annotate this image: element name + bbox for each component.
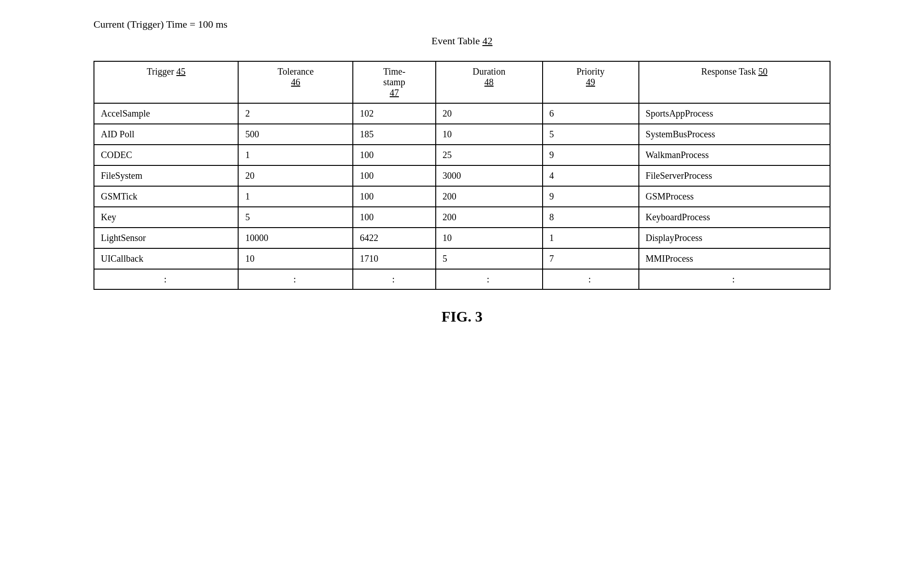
continuation-cell: : [543,269,639,289]
cell-priority: 7 [543,248,639,269]
table-row: AccelSample2102206SportsAppProcess [94,103,830,124]
cell-trigger: AID Poll [94,124,238,145]
cell-tolerance: 20 [238,165,353,186]
cell-task: SportsAppProcess [639,103,830,124]
cell-tolerance: 500 [238,124,353,145]
table-row: LightSensor100006422101DisplayProcess [94,228,830,248]
cell-trigger: GSMTick [94,186,238,207]
top-label: Current (Trigger) Time = 100 ms [94,18,830,30]
continuation-cell: : [94,269,238,289]
cell-timestamp: 1710 [353,248,435,269]
header-timestamp: Time-stamp47 [353,61,435,103]
header-trigger: Trigger 45 [94,61,238,103]
header-tolerance: Tolerance46 [238,61,353,103]
fig-label: FIG. 3 [94,308,830,325]
table-row: UICallback10171057MMIProcess [94,248,830,269]
cell-trigger: UICallback [94,248,238,269]
cell-duration: 5 [436,248,543,269]
cell-duration: 20 [436,103,543,124]
cell-priority: 6 [543,103,639,124]
cell-duration: 10 [436,228,543,248]
cell-priority: 4 [543,165,639,186]
cell-trigger: AccelSample [94,103,238,124]
cell-task: DisplayProcess [639,228,830,248]
cell-priority: 5 [543,124,639,145]
event-table: Trigger 45 Tolerance46 Time-stamp47 Dura… [94,61,830,290]
continuation-cell: : [353,269,435,289]
cell-timestamp: 102 [353,103,435,124]
cell-timestamp: 100 [353,165,435,186]
cell-tolerance: 1 [238,186,353,207]
cell-task: SystemBusProcess [639,124,830,145]
cell-timestamp: 100 [353,186,435,207]
cell-task: KeyboardProcess [639,207,830,228]
cell-task: WalkmanProcess [639,145,830,165]
table-row: FileSystem2010030004FileServerProcess [94,165,830,186]
cell-timestamp: 100 [353,145,435,165]
top-label-text: Current (Trigger) Time = 100 ms [94,18,228,30]
cell-tolerance: 10 [238,248,353,269]
page-container: Current (Trigger) Time = 100 ms Event Ta… [94,18,830,325]
cell-duration: 25 [436,145,543,165]
event-table-ref: 42 [482,35,492,47]
cell-trigger: Key [94,207,238,228]
header-duration: Duration48 [436,61,543,103]
table-row: Key51002008KeyboardProcess [94,207,830,228]
cell-duration: 200 [436,207,543,228]
cell-trigger: FileSystem [94,165,238,186]
cell-priority: 1 [543,228,639,248]
table-row: GSMTick11002009GSMProcess [94,186,830,207]
cell-tolerance: 10000 [238,228,353,248]
cell-timestamp: 100 [353,207,435,228]
continuation-row: :::::: [94,269,830,289]
continuation-cell: : [238,269,353,289]
cell-priority: 8 [543,207,639,228]
cell-timestamp: 185 [353,124,435,145]
table-header-row: Trigger 45 Tolerance46 Time-stamp47 Dura… [94,61,830,103]
header-priority: Priority49 [543,61,639,103]
table-row: CODEC1100259WalkmanProcess [94,145,830,165]
cell-priority: 9 [543,186,639,207]
cell-task: FileServerProcess [639,165,830,186]
cell-tolerance: 5 [238,207,353,228]
continuation-cell: : [436,269,543,289]
cell-task: MMIProcess [639,248,830,269]
cell-duration: 10 [436,124,543,145]
cell-duration: 200 [436,186,543,207]
cell-trigger: CODEC [94,145,238,165]
event-table-title-text: Event Table [432,35,482,47]
cell-tolerance: 1 [238,145,353,165]
table-row: AID Poll500185105SystemBusProcess [94,124,830,145]
continuation-cell: : [639,269,830,289]
event-table-title: Event Table 42 [94,35,830,47]
cell-trigger: LightSensor [94,228,238,248]
cell-timestamp: 6422 [353,228,435,248]
cell-tolerance: 2 [238,103,353,124]
cell-duration: 3000 [436,165,543,186]
cell-priority: 9 [543,145,639,165]
header-task: Response Task 50 [639,61,830,103]
cell-task: GSMProcess [639,186,830,207]
